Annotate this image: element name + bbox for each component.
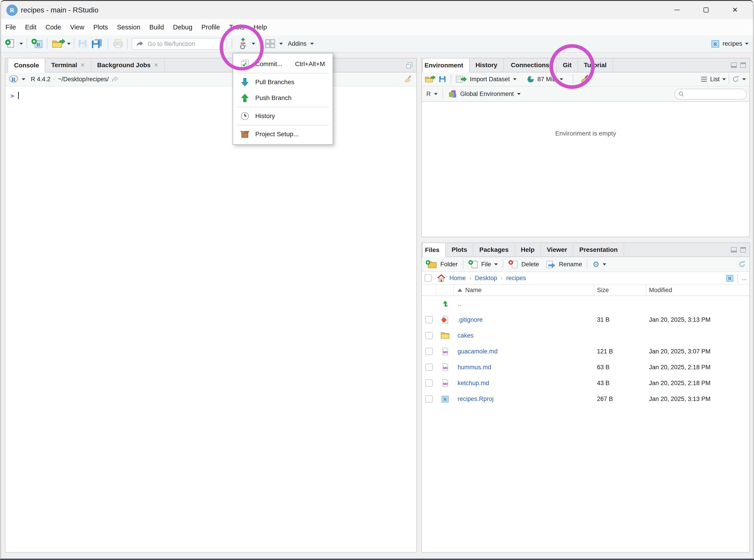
select-all-checkbox[interactable] bbox=[424, 275, 432, 282]
tab-plots[interactable]: Plots bbox=[446, 243, 473, 257]
tab-tutorial[interactable]: Tutorial bbox=[578, 58, 613, 72]
menu-session[interactable]: Session bbox=[113, 19, 145, 35]
memory-usage[interactable]: 87 MiB bbox=[537, 76, 556, 83]
column-size[interactable]: Size bbox=[597, 287, 609, 294]
breadcrumb-desktop[interactable]: Desktop bbox=[475, 275, 497, 282]
tab-files[interactable]: Files bbox=[422, 243, 446, 257]
environment-search-input[interactable] bbox=[674, 89, 747, 100]
breadcrumb-home[interactable]: Home bbox=[450, 275, 466, 282]
tab-connections[interactable]: Connections bbox=[504, 58, 557, 72]
language-selector[interactable]: R bbox=[426, 91, 431, 98]
menu-build[interactable]: Build bbox=[145, 19, 168, 35]
menu-code[interactable]: Code bbox=[41, 19, 66, 35]
row-checkbox[interactable] bbox=[425, 364, 433, 371]
git-dropdown[interactable] bbox=[252, 35, 255, 52]
import-dataset-button[interactable]: Import Dataset bbox=[470, 76, 510, 83]
file-row-rproj[interactable]: R recipes.Rproj 267 B Jan 20, 2025, 3:13… bbox=[422, 391, 750, 407]
env-minimize-icon[interactable] bbox=[731, 62, 737, 68]
goto-placeholder: Go to file/function bbox=[147, 40, 195, 47]
home-icon[interactable] bbox=[437, 274, 446, 282]
files-refresh-icon[interactable] bbox=[738, 260, 746, 268]
new-file-dropdown[interactable] bbox=[19, 35, 23, 52]
close-background-jobs-icon[interactable]: ✕ bbox=[154, 58, 158, 72]
new-file-button[interactable] bbox=[4, 35, 15, 52]
r-version: R 4.4.2 bbox=[31, 76, 51, 83]
menu-file[interactable]: File bbox=[1, 19, 21, 35]
tab-history[interactable]: History bbox=[470, 58, 503, 72]
menu-debug[interactable]: Debug bbox=[168, 19, 197, 35]
close-button[interactable]: ✕ bbox=[720, 1, 750, 19]
tab-environment[interactable]: Environment bbox=[422, 58, 470, 73]
files-more-button[interactable]: ... bbox=[741, 275, 747, 282]
sort-ascending-icon[interactable] bbox=[458, 288, 462, 292]
panes-layout-button[interactable] bbox=[265, 35, 276, 52]
files-minimize-icon[interactable] bbox=[731, 247, 737, 253]
menu-plots[interactable]: Plots bbox=[89, 19, 112, 35]
close-terminal-icon[interactable]: ✕ bbox=[80, 58, 85, 72]
clear-objects-icon[interactable] bbox=[580, 74, 590, 84]
panes-layout-dropdown[interactable] bbox=[279, 35, 283, 52]
file-row-gitignore[interactable]: .gitignore 31 B Jan 20, 2025, 3:13 PM bbox=[422, 312, 750, 328]
tab-background-jobs[interactable]: Background Jobs✕ bbox=[91, 58, 165, 72]
new-project-button[interactable]: R bbox=[31, 35, 43, 52]
maximize-button[interactable] bbox=[692, 1, 720, 19]
new-folder-button[interactable]: Folder bbox=[440, 261, 458, 268]
file-row-ketchup[interactable]: MD ketchup.md 43 B Jan 20, 2025, 2:18 PM bbox=[422, 375, 750, 391]
rename-button[interactable]: Rename bbox=[559, 261, 582, 268]
open-file-dropdown[interactable] bbox=[67, 35, 71, 52]
open-in-window-icon[interactable] bbox=[111, 76, 119, 82]
r-version-dropdown[interactable] bbox=[22, 78, 25, 80]
env-maximize-icon[interactable] bbox=[740, 62, 746, 68]
clear-console-icon[interactable] bbox=[404, 75, 413, 84]
project-button[interactable]: R recipes bbox=[711, 35, 749, 52]
files-maximize-icon[interactable] bbox=[740, 247, 746, 253]
taskbar-edge bbox=[0, 559, 754, 560]
tab-terminal[interactable]: Terminal✕ bbox=[45, 58, 91, 72]
more-actions-gear-icon[interactable]: ⚙ bbox=[592, 260, 599, 269]
environment-scope-selector[interactable]: Global Environment bbox=[460, 91, 514, 98]
delete-button[interactable]: Delete bbox=[521, 261, 539, 268]
breadcrumb-recipes[interactable]: recipes bbox=[506, 275, 526, 282]
save-button[interactable] bbox=[78, 35, 87, 52]
tab-console[interactable]: Console bbox=[8, 58, 45, 73]
row-checkbox[interactable] bbox=[425, 395, 433, 402]
menu-item-history[interactable]: History bbox=[233, 108, 333, 124]
menu-tools[interactable]: Tools bbox=[224, 19, 249, 35]
console-maximize-icon[interactable] bbox=[406, 62, 413, 68]
refresh-icon[interactable] bbox=[732, 75, 739, 83]
file-row-hummus[interactable]: MD hummus.md 63 B Jan 20, 2025, 2:18 PM bbox=[422, 359, 750, 375]
save-workspace-icon[interactable] bbox=[439, 75, 446, 83]
row-checkbox[interactable] bbox=[425, 379, 433, 387]
row-checkbox[interactable] bbox=[425, 332, 433, 339]
print-button[interactable] bbox=[113, 35, 123, 52]
goto-file-function-input[interactable]: Go to file/function bbox=[132, 38, 226, 50]
tab-presentation[interactable]: Presentation bbox=[573, 243, 624, 257]
new-file-button-files[interactable]: File bbox=[481, 261, 491, 268]
file-row-guacamole[interactable]: MD guacamole.md 121 B Jan 20, 2025, 3:07… bbox=[422, 343, 750, 359]
tab-git[interactable]: Git bbox=[557, 58, 578, 72]
menu-item-commit[interactable]: Commit... Ctrl+Alt+M bbox=[233, 56, 333, 72]
tab-packages[interactable]: Packages bbox=[473, 243, 515, 257]
column-name[interactable]: Name bbox=[465, 287, 481, 294]
menu-item-pull-branches[interactable]: Pull Branches bbox=[233, 74, 333, 90]
menu-help[interactable]: Help bbox=[249, 19, 272, 35]
list-view-button[interactable]: List bbox=[710, 76, 720, 83]
file-row-cakes[interactable]: cakes bbox=[422, 328, 750, 343]
menu-profile[interactable]: Profile bbox=[197, 19, 224, 35]
column-modified[interactable]: Modified bbox=[649, 287, 672, 294]
load-workspace-icon[interactable] bbox=[424, 75, 435, 83]
menu-view[interactable]: View bbox=[66, 19, 89, 35]
menu-item-project-setup[interactable]: Project Setup... bbox=[233, 126, 333, 142]
save-all-button[interactable] bbox=[91, 35, 103, 52]
row-checkbox[interactable] bbox=[425, 348, 433, 355]
git-button[interactable] bbox=[238, 35, 248, 52]
tab-help[interactable]: Help bbox=[515, 243, 541, 257]
row-checkbox[interactable] bbox=[425, 316, 433, 323]
menu-edit[interactable]: Edit bbox=[21, 19, 41, 35]
file-row-up[interactable]: .. bbox=[422, 296, 750, 312]
minimize-button[interactable] bbox=[662, 1, 692, 19]
addins-button[interactable]: Addins bbox=[288, 35, 314, 52]
tab-viewer[interactable]: Viewer bbox=[541, 243, 573, 257]
open-file-button[interactable] bbox=[52, 35, 65, 52]
menu-item-push-branch[interactable]: Push Branch bbox=[233, 90, 333, 106]
